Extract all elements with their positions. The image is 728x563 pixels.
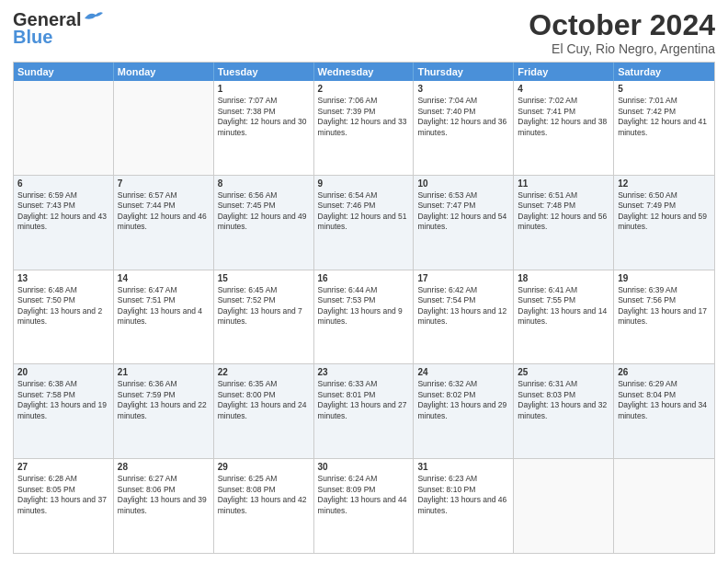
day-number: 11 xyxy=(518,178,609,189)
day-number: 14 xyxy=(118,273,210,283)
cell-info: Sunrise: 6:23 AMSunset: 8:10 PMDaylight:… xyxy=(417,474,509,516)
day-number: 6 xyxy=(17,178,109,189)
day-number: 17 xyxy=(417,273,509,283)
cal-cell: 13Sunrise: 6:48 AMSunset: 7:50 PMDayligh… xyxy=(14,270,114,364)
day-number: 27 xyxy=(17,462,109,472)
header-day-wednesday: Wednesday xyxy=(314,63,415,81)
cell-info: Sunrise: 6:29 AMSunset: 8:04 PMDaylight:… xyxy=(618,379,711,421)
day-number: 16 xyxy=(318,273,410,283)
cal-cell xyxy=(514,459,614,553)
day-number: 20 xyxy=(17,367,109,377)
month-title: October 2024 xyxy=(529,9,715,41)
calendar-header: SundayMondayTuesdayWednesdayThursdayFrid… xyxy=(14,63,714,81)
title-block: October 2024 El Cuy, Rio Negro, Argentin… xyxy=(529,9,715,56)
cell-info: Sunrise: 6:35 AMSunset: 8:00 PMDaylight:… xyxy=(218,379,310,421)
cal-cell: 10Sunrise: 6:53 AMSunset: 7:47 PMDayligh… xyxy=(414,176,514,270)
page: General Blue October 2024 El Cuy, Rio Ne… xyxy=(0,0,728,563)
cal-cell: 11Sunrise: 6:51 AMSunset: 7:48 PMDayligh… xyxy=(514,176,614,270)
location: El Cuy, Rio Negro, Argentina xyxy=(529,41,715,56)
cell-info: Sunrise: 6:39 AMSunset: 7:56 PMDaylight:… xyxy=(618,285,711,327)
cal-cell: 7Sunrise: 6:57 AMSunset: 7:44 PMDaylight… xyxy=(114,176,214,270)
cal-cell: 19Sunrise: 6:39 AMSunset: 7:56 PMDayligh… xyxy=(614,270,714,364)
header: General Blue October 2024 El Cuy, Rio Ne… xyxy=(13,9,715,56)
cal-cell: 25Sunrise: 6:31 AMSunset: 8:03 PMDayligh… xyxy=(514,364,614,458)
cell-info: Sunrise: 6:42 AMSunset: 7:54 PMDaylight:… xyxy=(417,285,509,327)
cal-cell: 4Sunrise: 7:02 AMSunset: 7:41 PMDaylight… xyxy=(514,81,614,175)
cal-cell: 8Sunrise: 6:56 AMSunset: 7:45 PMDaylight… xyxy=(214,176,314,270)
day-number: 12 xyxy=(618,178,711,189)
cell-info: Sunrise: 6:59 AMSunset: 7:43 PMDaylight:… xyxy=(17,190,109,233)
cell-info: Sunrise: 7:04 AMSunset: 7:40 PMDaylight:… xyxy=(417,96,509,138)
day-number: 3 xyxy=(417,84,509,94)
day-number: 4 xyxy=(518,84,609,94)
cell-info: Sunrise: 6:48 AMSunset: 7:50 PMDaylight:… xyxy=(17,285,109,327)
cal-cell: 2Sunrise: 7:06 AMSunset: 7:39 PMDaylight… xyxy=(314,81,415,175)
cal-cell xyxy=(14,81,114,175)
day-number: 29 xyxy=(218,462,310,472)
cell-info: Sunrise: 6:25 AMSunset: 8:08 PMDaylight:… xyxy=(218,474,310,516)
day-number: 13 xyxy=(17,273,109,283)
calendar: SundayMondayTuesdayWednesdayThursdayFrid… xyxy=(13,62,715,554)
cal-cell: 23Sunrise: 6:33 AMSunset: 8:01 PMDayligh… xyxy=(314,364,415,458)
cal-cell: 26Sunrise: 6:29 AMSunset: 8:04 PMDayligh… xyxy=(614,364,714,458)
cal-cell: 12Sunrise: 6:50 AMSunset: 7:49 PMDayligh… xyxy=(614,176,714,270)
day-number: 9 xyxy=(318,178,410,189)
day-number: 7 xyxy=(118,178,210,189)
week-row-2: 6Sunrise: 6:59 AMSunset: 7:43 PMDaylight… xyxy=(14,175,714,270)
day-number: 30 xyxy=(318,462,410,472)
cal-cell: 27Sunrise: 6:28 AMSunset: 8:05 PMDayligh… xyxy=(14,459,114,553)
day-number: 8 xyxy=(218,178,310,189)
cal-cell: 3Sunrise: 7:04 AMSunset: 7:40 PMDaylight… xyxy=(414,81,514,175)
cal-cell: 5Sunrise: 7:01 AMSunset: 7:42 PMDaylight… xyxy=(614,81,714,175)
day-number: 28 xyxy=(118,462,210,472)
cal-cell xyxy=(614,459,714,553)
header-day-friday: Friday xyxy=(514,63,614,81)
cal-cell: 31Sunrise: 6:23 AMSunset: 8:10 PMDayligh… xyxy=(414,459,514,553)
cell-info: Sunrise: 7:01 AMSunset: 7:42 PMDaylight:… xyxy=(618,96,711,138)
cell-info: Sunrise: 6:33 AMSunset: 8:01 PMDaylight:… xyxy=(318,379,410,421)
day-number: 25 xyxy=(518,367,609,377)
cell-info: Sunrise: 6:53 AMSunset: 7:47 PMDaylight:… xyxy=(417,190,509,233)
week-row-4: 20Sunrise: 6:38 AMSunset: 7:58 PMDayligh… xyxy=(14,363,714,458)
day-number: 31 xyxy=(417,462,509,472)
cal-cell: 15Sunrise: 6:45 AMSunset: 7:52 PMDayligh… xyxy=(214,270,314,364)
cal-cell: 6Sunrise: 6:59 AMSunset: 7:43 PMDaylight… xyxy=(14,176,114,270)
cell-info: Sunrise: 6:57 AMSunset: 7:44 PMDaylight:… xyxy=(118,190,210,233)
cell-info: Sunrise: 6:47 AMSunset: 7:51 PMDaylight:… xyxy=(118,285,210,327)
day-number: 26 xyxy=(618,367,711,377)
cal-cell: 29Sunrise: 6:25 AMSunset: 8:08 PMDayligh… xyxy=(214,459,314,553)
header-day-tuesday: Tuesday xyxy=(214,63,314,81)
logo-blue-text: Blue xyxy=(13,27,52,48)
cal-cell: 24Sunrise: 6:32 AMSunset: 8:02 PMDayligh… xyxy=(414,364,514,458)
cell-info: Sunrise: 6:51 AMSunset: 7:48 PMDaylight:… xyxy=(518,190,609,233)
cell-info: Sunrise: 7:06 AMSunset: 7:39 PMDaylight:… xyxy=(318,96,410,138)
cal-cell: 21Sunrise: 6:36 AMSunset: 7:59 PMDayligh… xyxy=(114,364,214,458)
cell-info: Sunrise: 6:45 AMSunset: 7:52 PMDaylight:… xyxy=(218,285,310,327)
cal-cell: 9Sunrise: 6:54 AMSunset: 7:46 PMDaylight… xyxy=(314,176,415,270)
week-row-3: 13Sunrise: 6:48 AMSunset: 7:50 PMDayligh… xyxy=(14,270,714,364)
cal-cell: 30Sunrise: 6:24 AMSunset: 8:09 PMDayligh… xyxy=(314,459,415,553)
cal-cell: 14Sunrise: 6:47 AMSunset: 7:51 PMDayligh… xyxy=(114,270,214,364)
day-number: 15 xyxy=(218,273,310,283)
header-day-sunday: Sunday xyxy=(14,63,114,81)
cell-info: Sunrise: 6:44 AMSunset: 7:53 PMDaylight:… xyxy=(318,285,410,327)
header-day-saturday: Saturday xyxy=(614,63,714,81)
day-number: 1 xyxy=(218,84,310,94)
cell-info: Sunrise: 6:36 AMSunset: 7:59 PMDaylight:… xyxy=(118,379,210,421)
cell-info: Sunrise: 7:07 AMSunset: 7:38 PMDaylight:… xyxy=(218,96,310,138)
cal-cell xyxy=(114,81,214,175)
cell-info: Sunrise: 6:41 AMSunset: 7:55 PMDaylight:… xyxy=(518,285,609,327)
cell-info: Sunrise: 6:50 AMSunset: 7:49 PMDaylight:… xyxy=(618,190,711,233)
cell-info: Sunrise: 6:28 AMSunset: 8:05 PMDaylight:… xyxy=(17,474,109,516)
header-day-monday: Monday xyxy=(114,63,214,81)
cell-info: Sunrise: 6:27 AMSunset: 8:06 PMDaylight:… xyxy=(118,474,210,516)
day-number: 22 xyxy=(218,367,310,377)
cell-info: Sunrise: 6:24 AMSunset: 8:09 PMDaylight:… xyxy=(318,474,410,516)
cell-info: Sunrise: 6:38 AMSunset: 7:58 PMDaylight:… xyxy=(17,379,109,421)
day-number: 18 xyxy=(518,273,609,283)
week-row-1: 1Sunrise: 7:07 AMSunset: 7:38 PMDaylight… xyxy=(14,81,714,175)
calendar-body: 1Sunrise: 7:07 AMSunset: 7:38 PMDaylight… xyxy=(14,81,714,553)
day-number: 19 xyxy=(618,273,711,283)
day-number: 5 xyxy=(618,84,711,94)
day-number: 2 xyxy=(318,84,410,94)
